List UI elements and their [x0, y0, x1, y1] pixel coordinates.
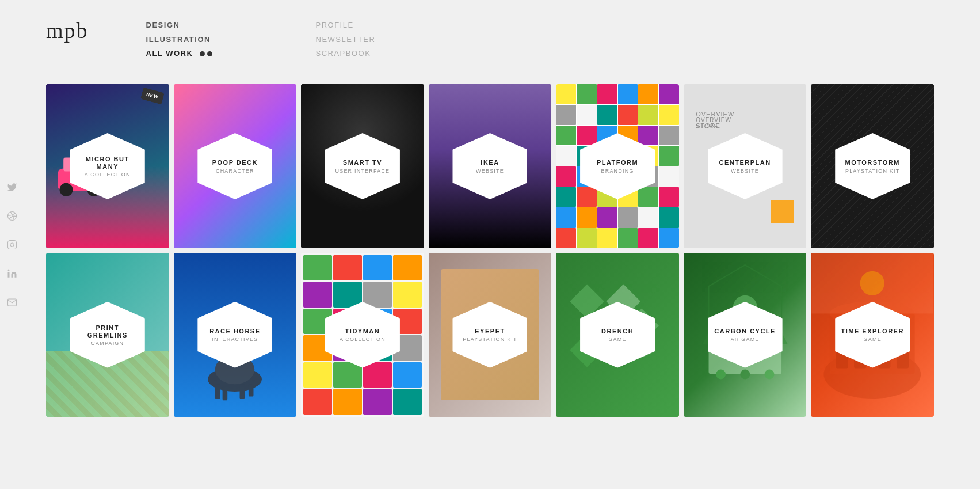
hex-subtitle-poop: CHARACTER [216, 168, 254, 173]
hex-label-platform: PLATFORM BRANDING [580, 133, 655, 199]
hex-shape-carbon: CARBON CYCLE AR GAME [708, 302, 783, 368]
hex-label-centerplan: CENTERPLAN WEBSITE [708, 133, 783, 199]
svg-point-29 [764, 369, 774, 379]
svg-point-27 [716, 369, 726, 379]
card-time-explorer[interactable]: TIME EXPLORER GAME [811, 253, 934, 417]
svg-point-42 [860, 271, 884, 295]
centerplan-accent [771, 200, 794, 223]
hex-subtitle-tidyman: A COLLECTION [340, 336, 386, 342]
hex-title-centerplan: CENTERPLAN [719, 159, 771, 166]
header: mpb DESIGN ILLUSTRATION ALL WORK PROFILE… [0, 0, 980, 73]
hex-label-motorstorm: MOTORSTORM PLAYSTATION KIT [835, 133, 910, 199]
hex-label-racehorse: RACE HORSE INTERACTIVES [197, 302, 272, 368]
card-poop-deck[interactable]: POOP DECK CHARACTER [174, 84, 297, 248]
hex-shape-drench: DRENCH GAME [580, 302, 655, 368]
nav-left: DESIGN ILLUSTRATION ALL WORK [146, 18, 212, 61]
hex-label-tidyman: TIDYMAN A COLLECTION [325, 302, 400, 368]
nav-scrapbook[interactable]: SCRAPBOOK [316, 47, 376, 61]
card-motorstorm[interactable]: MOTORSTORM PLAYSTATION KIT [811, 84, 934, 248]
portfolio-container: NEW MICRO BUT MANY A COLLECTION POOP DEC… [0, 73, 980, 445]
nav-all-work[interactable]: ALL WORK [146, 47, 212, 61]
card-drench[interactable]: DRENCH GAME [556, 253, 679, 417]
nav-newsletter[interactable]: NEWSLETTER [316, 33, 376, 47]
svg-rect-9 [223, 386, 228, 400]
hex-shape-motorstorm: MOTORSTORM PLAYSTATION KIT [835, 133, 910, 199]
hex-label-carbon: CARBON CYCLE AR GAME [708, 302, 783, 368]
portfolio-row-1: NEW MICRO BUT MANY A COLLECTION POOP DEC… [46, 84, 934, 248]
hex-shape-eyepet: EYEPET PLAYSTATION KIT [452, 302, 527, 368]
card-platform[interactable]: PLATFORM BRANDING [556, 84, 679, 248]
card-race-horse[interactable]: RACE HORSE INTERACTIVES [174, 253, 297, 417]
hex-shape-timeexplorer: TIME EXPLORER GAME [835, 302, 910, 368]
card-centerplan[interactable]: OVERVIEWSTORE CENTERPLAN WEBSITE [684, 84, 807, 248]
hex-label-timeexplorer: TIME EXPLORER GAME [835, 302, 910, 368]
svg-rect-1 [8, 240, 17, 249]
logo[interactable]: mpb [46, 16, 89, 41]
card-eyepet[interactable]: EYEPET PLAYSTATION KIT [429, 253, 552, 417]
card-ikea[interactable]: IKEA WEBSITE [429, 84, 552, 248]
twitter-icon[interactable] [6, 181, 18, 194]
dot-1 [200, 51, 205, 56]
hex-label-ikea: IKEA WEBSITE [452, 133, 527, 199]
hex-title-poop: POOP DECK [212, 159, 258, 166]
hex-title-smarttv: SMART TV [343, 159, 382, 166]
card-tidyman[interactable]: TIDYMAN A COLLECTION [301, 253, 424, 417]
hex-subtitle-eyepet: PLAYSTATION KIT [463, 336, 517, 342]
hex-shape-print: PRINT GREMLINS CAMPAIGN [70, 302, 145, 368]
nav-illustration[interactable]: ILLUSTRATION [146, 33, 212, 47]
hex-title-carbon: CARBON CYCLE [714, 328, 776, 335]
hex-shape-poop: POOP DECK CHARACTER [197, 133, 272, 199]
hex-subtitle-carbon: AR GAME [731, 336, 760, 342]
social-sidebar [0, 169, 24, 320]
hex-title-platform: PLATFORM [597, 159, 638, 166]
hex-title-racehorse: RACE HORSE [209, 328, 260, 335]
svg-point-28 [740, 369, 750, 379]
hex-title-drench: DRENCH [601, 328, 634, 335]
linkedin-icon[interactable] [6, 267, 18, 280]
hex-subtitle-ikea: WEBSITE [476, 168, 504, 173]
hex-title-tidyman: TIDYMAN [345, 328, 380, 335]
email-icon[interactable] [6, 296, 18, 309]
svg-point-3 [8, 269, 10, 271]
nav-profile[interactable]: PROFILE [316, 18, 376, 33]
dribbble-icon[interactable] [6, 210, 18, 222]
svg-rect-11 [249, 384, 254, 396]
hex-title-motorstorm: MOTORSTORM [845, 159, 900, 166]
svg-rect-8 [215, 384, 220, 399]
hex-shape-ikea: IKEA WEBSITE [452, 133, 527, 199]
instagram-icon[interactable] [6, 238, 18, 251]
tidyman-cell [303, 255, 332, 280]
hex-label-print: PRINT GREMLINS CAMPAIGN [70, 302, 145, 368]
card-print-gremlins[interactable]: PRINT GREMLINS CAMPAIGN [46, 253, 169, 417]
tidyman-cell [393, 255, 422, 280]
hex-label-poop: POOP DECK CHARACTER [197, 133, 272, 199]
hex-shape-centerplan: CENTERPLAN WEBSITE [708, 133, 783, 199]
hex-title-micro: MICRO BUT MANY [76, 155, 139, 170]
tidyman-cell [363, 255, 392, 280]
hex-title-timeexplorer: TIME EXPLORER [841, 328, 904, 335]
tidyman-cell [333, 389, 362, 414]
svg-rect-10 [240, 384, 245, 399]
tidyman-cell [333, 255, 362, 280]
centerplan-text: OVERVIEWSTORE [696, 109, 734, 132]
hex-shape-micro: MICRO BUT MANY A COLLECTION [70, 133, 145, 199]
card-carbon-cycle[interactable]: CARBON CYCLE AR GAME [684, 253, 807, 417]
hex-title-ikea: IKEA [481, 159, 499, 166]
hex-subtitle-platform: BRANDING [601, 168, 634, 173]
tidyman-cell [393, 389, 422, 414]
hex-subtitle-print: CAMPAIGN [91, 340, 124, 346]
hex-subtitle-racehorse: INTERACTIVES [212, 336, 258, 342]
card-smart-tv[interactable]: SMART TV USER INTERFACE [301, 84, 424, 248]
card-micro-but-many[interactable]: NEW MICRO BUT MANY A COLLECTION [46, 84, 169, 248]
hex-subtitle-timeexplorer: GAME [864, 336, 882, 342]
hex-subtitle-drench: GAME [608, 336, 626, 342]
hex-label-drench: DRENCH GAME [580, 302, 655, 368]
hex-shape-racehorse: RACE HORSE INTERACTIVES [197, 302, 272, 368]
nav-right: PROFILE NEWSLETTER SCRAPBOOK [316, 18, 376, 61]
hex-subtitle-micro: A COLLECTION [85, 172, 131, 177]
tidyman-cell [363, 389, 392, 414]
hex-shape-smarttv: SMART TV USER INTERFACE [325, 133, 400, 199]
hex-subtitle-motorstorm: PLAYSTATION KIT [845, 168, 900, 173]
nav-design[interactable]: DESIGN [146, 18, 212, 33]
hex-shape-platform: PLATFORM BRANDING [580, 133, 655, 199]
